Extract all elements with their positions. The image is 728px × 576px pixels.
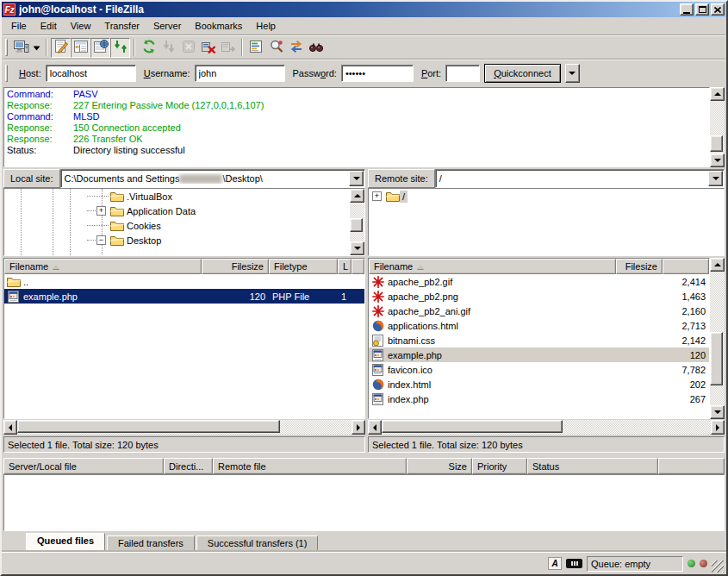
- find-files-button[interactable]: [306, 38, 326, 58]
- scroll-track[interactable]: [382, 420, 711, 435]
- local-list-hscrollbar[interactable]: [3, 420, 365, 435]
- username-field[interactable]: [195, 65, 285, 82]
- collapse-icon[interactable]: −: [96, 235, 106, 245]
- scroll-track[interactable]: [710, 272, 725, 405]
- cancel-operation-button[interactable]: [178, 38, 198, 58]
- menu-file[interactable]: File: [4, 17, 34, 34]
- directory-listing-filters-button[interactable]: [246, 38, 266, 58]
- file-row-index-php[interactable]: index.php267: [369, 391, 709, 406]
- scroll-thumb[interactable]: [710, 135, 723, 152]
- local-site-combobox[interactable]: C:\Documents and Settings\Desktop\: [60, 169, 365, 188]
- synchronized-browsing-button[interactable]: [286, 38, 306, 58]
- column-header-filesize[interactable]: Filesize: [616, 259, 663, 274]
- file-row-applications-html[interactable]: applications.html2,713: [369, 318, 709, 333]
- directory-comparison-button[interactable]: [266, 38, 286, 58]
- scroll-down-button[interactable]: [350, 241, 364, 255]
- log-scrollbar[interactable]: [710, 87, 725, 167]
- tree-item-virtualbox[interactable]: .VirtualBox: [4, 189, 350, 203]
- local-file-list[interactable]: ..example.php120PHP File1: [4, 274, 364, 418]
- file-row-[interactable]: ..: [4, 274, 364, 289]
- tree-item-application-data[interactable]: +Application Data: [4, 203, 350, 218]
- toggle-message-log-button[interactable]: [51, 38, 71, 58]
- scroll-down-button[interactable]: [710, 405, 725, 419]
- scroll-thumb[interactable]: [382, 420, 563, 433]
- scroll-right-button[interactable]: [711, 420, 725, 435]
- toolbar-grip[interactable]: [5, 39, 8, 56]
- local-tree-scrollbar[interactable]: [350, 189, 364, 255]
- scroll-right-button[interactable]: [352, 420, 365, 435]
- expand-icon[interactable]: +: [96, 206, 106, 216]
- quickconnect-grip[interactable]: [5, 65, 8, 82]
- file-row-apache-pb2-ani-gif[interactable]: apache_pb2_ani.gif2,160: [369, 304, 709, 318]
- site-manager-dropdown-button[interactable]: [31, 38, 42, 58]
- maximize-button[interactable]: [695, 3, 709, 16]
- remote-list-hscrollbar[interactable]: [368, 420, 725, 435]
- file-row-apache-pb2-png[interactable]: apache_pb2.png1,463: [369, 289, 709, 304]
- file-row-example-php[interactable]: example.php120PHP File1: [4, 289, 364, 304]
- tree-item-cookies[interactable]: Cookies: [4, 218, 350, 233]
- close-button[interactable]: [711, 3, 725, 16]
- menu-help[interactable]: Help: [249, 17, 283, 34]
- toggle-local-tree-button[interactable]: [71, 38, 90, 58]
- scroll-thumb[interactable]: [17, 420, 280, 433]
- tab-queued-files[interactable]: Queued files: [26, 533, 105, 552]
- port-field[interactable]: [445, 65, 480, 82]
- queue-column-directi[interactable]: Directi...: [164, 458, 213, 474]
- column-header-filename[interactable]: Filename: [369, 259, 616, 274]
- file-row-example-php[interactable]: example.php120: [369, 347, 709, 362]
- menu-transfer[interactable]: Transfer: [97, 17, 146, 34]
- menu-edit[interactable]: Edit: [34, 17, 64, 34]
- speed-limits-icon[interactable]: [566, 559, 582, 568]
- scroll-up-button[interactable]: [710, 258, 725, 272]
- toggle-remote-tree-button[interactable]: [90, 38, 110, 58]
- column-header-filesize[interactable]: Filesize: [202, 259, 269, 274]
- remote-file-list[interactable]: apache_pb2.gif2,414apache_pb2.png1,463ap…: [369, 274, 709, 418]
- queue-column-status[interactable]: Status: [527, 458, 658, 474]
- scroll-left-button[interactable]: [3, 420, 17, 435]
- column-header-filename[interactable]: Filename: [4, 259, 202, 274]
- file-row-apache-pb2-gif[interactable]: apache_pb2.gif2,414: [369, 274, 709, 289]
- site-manager-button[interactable]: [11, 38, 31, 58]
- scroll-down-button[interactable]: [710, 153, 725, 167]
- tab-failed-transfers[interactable]: Failed transfers: [107, 535, 195, 552]
- scroll-thumb[interactable]: [710, 332, 723, 385]
- file-row-index-html[interactable]: index.html202: [369, 377, 709, 391]
- local-directory-tree[interactable]: .VirtualBox+Application DataCookies−Desk…: [4, 189, 350, 255]
- local-site-dropdown-button[interactable]: [349, 171, 364, 186]
- remote-list-scrollbar[interactable]: [710, 258, 725, 419]
- menu-server[interactable]: Server: [146, 17, 188, 34]
- host-field[interactable]: [46, 65, 136, 82]
- tree-item-root[interactable]: +/: [369, 189, 724, 203]
- transfer-queue-body[interactable]: [3, 474, 725, 531]
- tree-item-desktop[interactable]: −Desktop: [4, 233, 350, 247]
- scroll-track[interactable]: [17, 420, 352, 435]
- remote-site-dropdown-button[interactable]: [708, 171, 723, 186]
- toggle-transfer-queue-button[interactable]: [110, 38, 130, 58]
- title-bar[interactable]: Fz john@localhost - FileZilla: [2, 2, 726, 17]
- remote-directory-tree[interactable]: +/: [369, 189, 724, 255]
- scroll-track[interactable]: [710, 101, 725, 153]
- menu-bookmarks[interactable]: Bookmarks: [188, 17, 249, 34]
- refresh-button[interactable]: [139, 38, 159, 58]
- remote-site-combobox[interactable]: /: [435, 169, 725, 188]
- expand-icon[interactable]: +: [372, 191, 382, 201]
- quickconnect-dropdown-button[interactable]: [565, 64, 580, 83]
- reconnect-button[interactable]: [218, 38, 238, 58]
- column-header-l[interactable]: L: [338, 259, 352, 274]
- scroll-up-button[interactable]: [710, 87, 725, 101]
- menu-view[interactable]: View: [64, 17, 98, 34]
- tab-successful-transfers-1[interactable]: Successful transfers (1): [196, 535, 319, 552]
- quickconnect-button[interactable]: Quickconnect: [484, 64, 561, 83]
- file-row-bitnami-css[interactable]: bitnami.css2,142: [369, 333, 709, 347]
- password-field[interactable]: [341, 65, 414, 82]
- disconnect-button[interactable]: [198, 38, 218, 58]
- queue-column-size[interactable]: Size: [407, 458, 472, 474]
- scroll-track[interactable]: [350, 203, 364, 241]
- minimize-button[interactable]: [680, 3, 694, 16]
- queue-column-priority[interactable]: Priority: [472, 458, 527, 474]
- scroll-thumb[interactable]: [350, 218, 363, 232]
- scroll-up-button[interactable]: [350, 189, 364, 203]
- process-queue-button[interactable]: [159, 38, 178, 58]
- resize-grip[interactable]: [712, 560, 724, 573]
- file-row-favicon-ico[interactable]: favicon.ico7,782: [369, 362, 709, 377]
